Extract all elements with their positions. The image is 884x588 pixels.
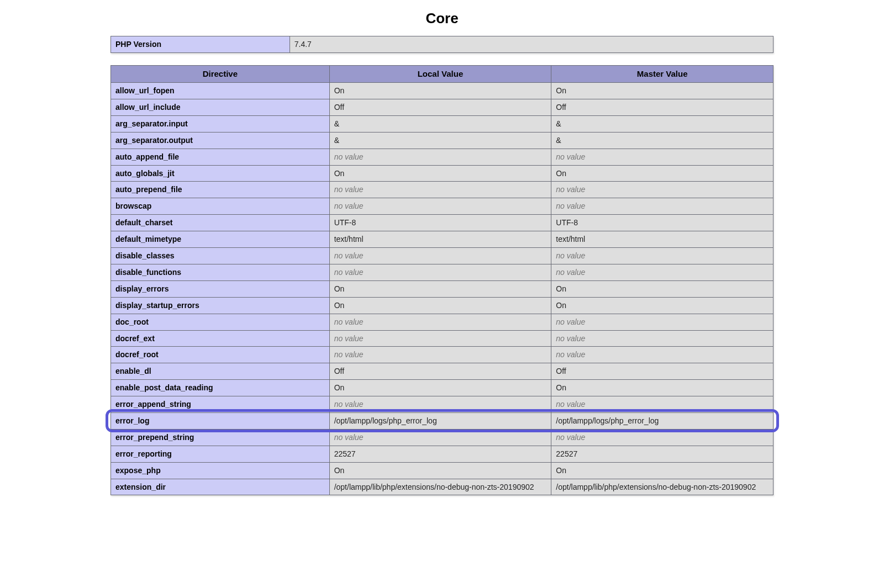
directive-master-value: no value (551, 396, 774, 413)
directive-local-value: & (329, 115, 551, 132)
php-version-table: PHP Version 7.4.7 (110, 36, 774, 53)
no-value-text: no value (334, 433, 364, 442)
no-value-text: no value (334, 202, 364, 210)
table-row: disable_classesno valueno value (111, 248, 774, 264)
no-value-text: no value (334, 152, 364, 161)
directive-master-value: /opt/lampp/logs/php_error_log (551, 412, 774, 429)
table-row: docref_rootno valueno value (111, 347, 774, 363)
directive-local-value: UTF-8 (329, 215, 551, 231)
directive-master-value: no value (551, 314, 774, 330)
directive-name: extension_dir (111, 479, 330, 495)
directive-name: error_prepend_string (111, 429, 330, 446)
directive-master-value: On (551, 280, 774, 297)
no-value-text: no value (556, 251, 585, 260)
no-value-text: no value (556, 317, 585, 326)
directive-local-value: /opt/lampp/lib/php/extensions/no-debug-n… (329, 479, 551, 495)
no-value-text: no value (334, 268, 364, 277)
table-row: error_reporting2252722527 (111, 446, 774, 462)
directive-local-value: /opt/lampp/logs/php_error_log (329, 412, 551, 429)
directive-name: disable_classes (111, 248, 330, 264)
no-value-text: no value (556, 400, 585, 409)
directive-name: auto_globals_jit (111, 165, 330, 182)
no-value-text: no value (556, 152, 585, 161)
directive-local-value: no value (329, 396, 551, 413)
table-row: enable_dlOffOff (111, 363, 774, 380)
table-row: error_log/opt/lampp/logs/php_error_log/o… (111, 412, 774, 429)
directive-name: doc_root (111, 314, 330, 330)
directives-header-row: Directive Local Value Master Value (111, 65, 774, 82)
table-row: auto_prepend_fileno valueno value (111, 182, 774, 198)
directive-local-value: On (329, 380, 551, 396)
table-row: extension_dir/opt/lampp/lib/php/extensio… (111, 479, 774, 495)
directive-local-value: 22527 (329, 446, 551, 462)
directive-master-value: no value (551, 182, 774, 198)
table-row: allow_url_fopenOnOn (111, 83, 774, 99)
directive-master-value: On (551, 83, 774, 99)
directive-name: arg_separator.input (111, 115, 330, 132)
directive-local-value: On (329, 297, 551, 314)
table-row: error_prepend_stringno valueno value (111, 429, 774, 446)
directive-name: error_append_string (111, 396, 330, 413)
directive-master-value: /opt/lampp/lib/php/extensions/no-debug-n… (551, 479, 774, 495)
directive-name: error_reporting (111, 446, 330, 462)
directive-local-value: Off (329, 99, 551, 116)
table-row: allow_url_includeOffOff (111, 99, 774, 116)
directive-master-value: UTF-8 (551, 215, 774, 231)
no-value-text: no value (556, 268, 585, 277)
no-value-text: no value (556, 202, 585, 210)
table-row: enable_post_data_readingOnOn (111, 380, 774, 396)
table-row: default_charsetUTF-8UTF-8 (111, 215, 774, 231)
directive-master-value: no value (551, 149, 774, 165)
directive-name: default_charset (111, 215, 330, 231)
directive-name: default_mimetype (111, 231, 330, 248)
directive-name: display_startup_errors (111, 297, 330, 314)
directive-name: arg_separator.output (111, 132, 330, 149)
no-value-text: no value (556, 334, 585, 343)
directive-local-value: On (329, 83, 551, 99)
directives-table: Directive Local Value Master Value allow… (110, 65, 774, 496)
php-version-value: 7.4.7 (290, 36, 773, 53)
col-header-master: Master Value (551, 65, 774, 82)
no-value-text: no value (334, 317, 364, 326)
no-value-text: no value (556, 433, 585, 442)
table-row: auto_globals_jitOnOn (111, 165, 774, 182)
directive-master-value: On (551, 462, 774, 479)
no-value-text: no value (334, 251, 364, 260)
directive-master-value: Off (551, 363, 774, 380)
directive-local-value: no value (329, 314, 551, 330)
directive-local-value: no value (329, 198, 551, 215)
table-row: disable_functionsno valueno value (111, 264, 774, 280)
table-row: browscapno valueno value (111, 198, 774, 215)
directive-name: auto_prepend_file (111, 182, 330, 198)
directive-master-value: no value (551, 347, 774, 363)
directive-local-value: text/html (329, 231, 551, 248)
table-row: expose_phpOnOn (111, 462, 774, 479)
directive-master-value: 22527 (551, 446, 774, 462)
directive-name: browscap (111, 198, 330, 215)
directive-name: docref_root (111, 347, 330, 363)
directive-name: auto_append_file (111, 149, 330, 165)
directive-local-value: On (329, 165, 551, 182)
no-value-text: no value (556, 185, 585, 194)
directive-name: error_log (111, 412, 330, 429)
directive-master-value: On (551, 297, 774, 314)
directive-local-value: On (329, 280, 551, 297)
directive-master-value: no value (551, 248, 774, 264)
directive-local-value: Off (329, 363, 551, 380)
col-header-directive: Directive (111, 65, 330, 82)
directive-name: docref_ext (111, 330, 330, 347)
table-row: error_append_stringno valueno value (111, 396, 774, 413)
directive-name: enable_post_data_reading (111, 380, 330, 396)
table-row: default_mimetypetext/htmltext/html (111, 231, 774, 248)
directive-name: expose_php (111, 462, 330, 479)
table-row: doc_rootno valueno value (111, 314, 774, 330)
no-value-text: no value (334, 334, 364, 343)
directive-master-value: On (551, 165, 774, 182)
directive-master-value: no value (551, 330, 774, 347)
php-version-row: PHP Version 7.4.7 (111, 36, 774, 53)
table-row: display_startup_errorsOnOn (111, 297, 774, 314)
directive-name: allow_url_include (111, 99, 330, 116)
directive-master-value: Off (551, 99, 774, 116)
table-row: display_errorsOnOn (111, 280, 774, 297)
no-value-text: no value (556, 350, 585, 359)
